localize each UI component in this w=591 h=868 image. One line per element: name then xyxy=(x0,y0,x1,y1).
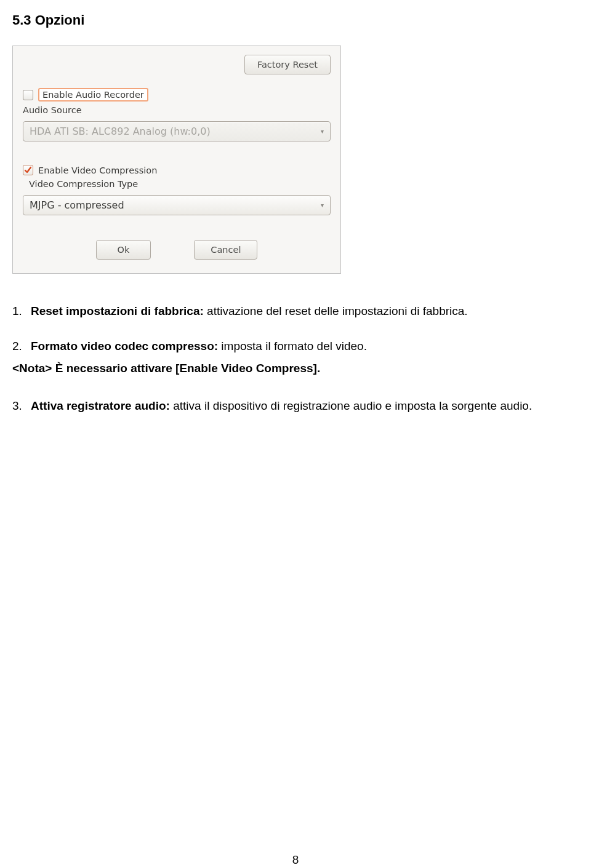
list-item-3: 3.Attiva registratore audio: attiva il d… xyxy=(12,397,579,415)
video-compression-type-label: Video Compression Type xyxy=(29,179,331,189)
options-dialog-screenshot: Factory Reset Enable Audio Recorder Audi… xyxy=(12,46,341,274)
video-compression-combo[interactable]: MJPG - compressed ▾ xyxy=(23,195,331,215)
item-bold: Formato video codec compresso: xyxy=(31,340,221,352)
audio-source-combo[interactable]: HDA ATI SB: ALC892 Analog (hw:0,0) ▾ xyxy=(23,121,331,141)
item-number: 3. xyxy=(12,397,31,415)
item-bold: Attiva registratore audio: xyxy=(31,399,173,412)
list-item-1: 1.Reset impostazioni di fabbrica: attiva… xyxy=(12,302,579,320)
item-rest: imposta il formato del video. xyxy=(221,340,367,352)
item-number: 1. xyxy=(12,302,31,320)
item-bold: Reset impostazioni di fabbrica: xyxy=(31,305,207,317)
item-rest: attivazione del reset delle impostazioni… xyxy=(207,305,468,317)
cancel-button[interactable]: Cancel xyxy=(194,240,257,260)
section-heading: 5.3 Opzioni xyxy=(12,12,579,28)
enable-video-compression-label: Enable Video Compression xyxy=(38,165,157,175)
audio-source-label: Audio Source xyxy=(23,105,331,115)
enable-audio-recorder-checkbox[interactable] xyxy=(23,90,33,100)
audio-source-value: HDA ATI SB: ALC892 Analog (hw:0,0) xyxy=(30,125,211,137)
item-rest: attiva il dispositivo di registrazione a… xyxy=(173,399,532,412)
factory-reset-button[interactable]: Factory Reset xyxy=(244,55,331,74)
chevron-down-icon: ▾ xyxy=(321,202,324,209)
video-compression-value: MJPG - compressed xyxy=(30,199,124,211)
note-text: <Nota> È necessario attivare [Enable Vid… xyxy=(12,359,579,377)
ok-button[interactable]: Ok xyxy=(96,240,151,260)
enable-audio-recorder-label: Enable Audio Recorder xyxy=(38,88,148,102)
enable-video-compression-checkbox[interactable] xyxy=(23,165,33,175)
chevron-down-icon: ▾ xyxy=(321,128,324,135)
list-item-2: 2.Formato video codec compresso: imposta… xyxy=(12,337,579,355)
item-number: 2. xyxy=(12,337,31,355)
page-number: 8 xyxy=(0,853,591,867)
